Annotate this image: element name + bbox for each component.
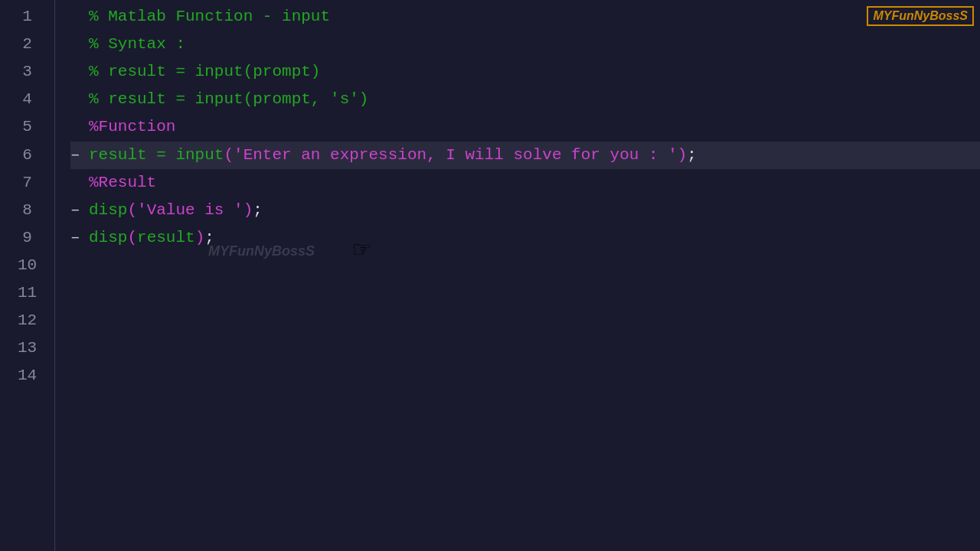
line-dash: – bbox=[70, 142, 84, 169]
code-string: 'Enter an expression, I will solve for y… bbox=[234, 142, 678, 169]
line-content: %Function bbox=[89, 113, 175, 141]
line-number: 3 bbox=[0, 58, 54, 86]
line-numbers: 1234567891011121314 bbox=[0, 0, 55, 551]
code-paren: ( bbox=[224, 142, 234, 169]
editor-container: 1234567891011121314 MYFunNyBossS MYFunNy… bbox=[0, 0, 980, 551]
code-semi: ; bbox=[687, 142, 697, 169]
code-keyword: disp bbox=[89, 224, 127, 252]
code-paren-close: ) bbox=[195, 224, 205, 252]
line-number: 13 bbox=[0, 334, 54, 362]
code-line: %Result bbox=[70, 169, 980, 197]
line-number: 9 bbox=[0, 224, 54, 252]
code-string: 'Value is ' bbox=[137, 197, 243, 224]
code-paren: ( bbox=[127, 224, 137, 252]
line-number: 12 bbox=[0, 307, 54, 334]
line-number: 1 bbox=[0, 3, 54, 31]
line-number: 6 bbox=[0, 142, 54, 169]
line-content: %Result bbox=[89, 169, 156, 197]
code-line: % result = input(prompt) bbox=[70, 58, 980, 86]
code-area[interactable]: MYFunNyBossS MYFunNyBossS ☞ % Matlab Fun… bbox=[55, 0, 980, 551]
line-content: % result = input(prompt, 's') bbox=[89, 86, 368, 113]
code-line: –disp(result); bbox=[70, 224, 980, 252]
code-line: % Syntax : bbox=[70, 31, 980, 58]
line-number: 2 bbox=[0, 31, 54, 58]
code-line: –disp('Value is '); bbox=[70, 197, 980, 224]
line-number: 11 bbox=[0, 279, 54, 307]
code-line: –result = input('Enter an expression, I … bbox=[70, 142, 980, 169]
watermark-top: MYFunNyBossS bbox=[867, 6, 974, 26]
code-semi: ; bbox=[253, 197, 263, 224]
line-number: 4 bbox=[0, 86, 54, 113]
code-line: % result = input(prompt, 's') bbox=[70, 86, 980, 113]
code-var: result = input bbox=[89, 142, 224, 169]
line-content: % result = input(prompt) bbox=[89, 58, 320, 86]
line-number: 10 bbox=[0, 252, 54, 279]
line-dash: – bbox=[70, 197, 84, 224]
code-keyword: disp bbox=[89, 197, 127, 224]
code-line: % Matlab Function - input bbox=[70, 3, 980, 31]
line-number: 8 bbox=[0, 197, 54, 224]
line-number: 5 bbox=[0, 113, 54, 141]
code-paren: ( bbox=[127, 197, 137, 224]
line-dash: – bbox=[70, 224, 84, 252]
code-paren-close: ) bbox=[243, 197, 253, 224]
code-semi: ; bbox=[204, 224, 214, 252]
line-content: % Matlab Function - input bbox=[89, 3, 330, 31]
code-line: %Function bbox=[70, 113, 980, 141]
line-content: % Syntax : bbox=[89, 31, 185, 58]
line-number: 7 bbox=[0, 169, 54, 197]
line-number: 14 bbox=[0, 362, 54, 390]
code-arg: result bbox=[137, 224, 195, 252]
code-paren-close: ) bbox=[678, 142, 688, 169]
